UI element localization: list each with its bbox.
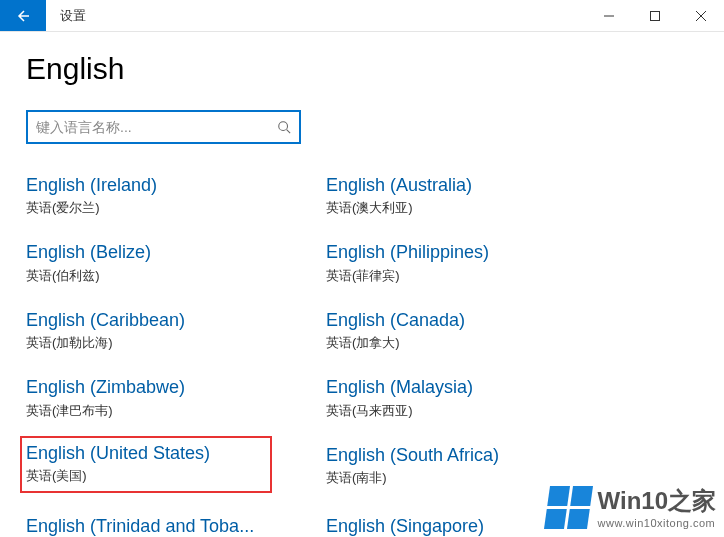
language-title: English (Caribbean) <box>26 309 306 332</box>
window-title: 设置 <box>46 0 586 31</box>
close-button[interactable] <box>678 0 724 31</box>
language-title: English (Philippines) <box>326 241 606 264</box>
language-item[interactable]: English (Caribbean)英语(加勒比海) <box>26 307 326 354</box>
search-icon <box>277 120 291 134</box>
language-item[interactable]: English (Canada)英语(加拿大) <box>326 307 626 354</box>
language-subtitle: 英语(伯利兹) <box>26 267 326 285</box>
language-list: English (Ireland)英语(爱尔兰)English (Austral… <box>26 172 698 537</box>
title-bar: 设置 <box>0 0 724 32</box>
watermark-title: Win10之家 <box>598 485 716 517</box>
minimize-icon <box>604 11 614 21</box>
language-title: English (Belize) <box>26 241 306 264</box>
watermark-url: www.win10xitong.com <box>598 517 716 529</box>
language-title: English (Canada) <box>326 309 606 332</box>
maximize-button[interactable] <box>632 0 678 31</box>
language-subtitle: 英语(马来西亚) <box>326 402 626 420</box>
language-item[interactable]: English (Philippines)英语(菲律宾) <box>326 239 626 286</box>
language-subtitle: 英语(澳大利亚) <box>326 199 626 217</box>
language-title: English (Malaysia) <box>326 376 606 399</box>
language-item[interactable]: English (Zimbabwe)英语(津巴布韦) <box>26 374 326 421</box>
svg-rect-0 <box>651 11 660 20</box>
windows-logo-icon <box>544 486 593 529</box>
language-title: English (Trinidad and Toba... <box>26 515 306 537</box>
content-area: English English (Ireland)英语(爱尔兰)English … <box>0 32 724 537</box>
close-icon <box>696 11 706 21</box>
minimize-button[interactable] <box>586 0 632 31</box>
language-subtitle: 英语(美国) <box>26 467 262 485</box>
language-title: English (Ireland) <box>26 174 306 197</box>
window-controls <box>586 0 724 31</box>
language-subtitle: 英语(爱尔兰) <box>26 199 326 217</box>
language-title: English (Australia) <box>326 174 606 197</box>
arrow-left-icon <box>15 8 31 24</box>
language-item[interactable]: English (Australia)英语(澳大利亚) <box>326 172 626 219</box>
language-subtitle: 英语(加勒比海) <box>26 334 326 352</box>
page-title: English <box>26 52 698 86</box>
watermark: Win10之家 www.win10xitong.com <box>547 485 716 529</box>
language-item[interactable]: English (Trinidad and Toba... <box>26 513 326 537</box>
language-subtitle: 英语(津巴布韦) <box>26 402 326 420</box>
search-input[interactable] <box>36 119 277 135</box>
language-item[interactable]: English (United States)英语(美国) <box>20 436 272 493</box>
maximize-icon <box>650 11 660 21</box>
language-subtitle: 英语(菲律宾) <box>326 267 626 285</box>
language-item[interactable]: English (Malaysia)英语(马来西亚) <box>326 374 626 421</box>
language-subtitle: 英语(加拿大) <box>326 334 626 352</box>
language-title: English (South Africa) <box>326 444 606 467</box>
svg-point-1 <box>279 122 288 131</box>
search-box[interactable] <box>26 110 301 144</box>
language-title: English (Zimbabwe) <box>26 376 306 399</box>
language-item[interactable]: English (Ireland)英语(爱尔兰) <box>26 172 326 219</box>
back-button[interactable] <box>0 0 46 31</box>
language-item[interactable]: English (Belize)英语(伯利兹) <box>26 239 326 286</box>
language-title: English (United States) <box>26 442 262 465</box>
